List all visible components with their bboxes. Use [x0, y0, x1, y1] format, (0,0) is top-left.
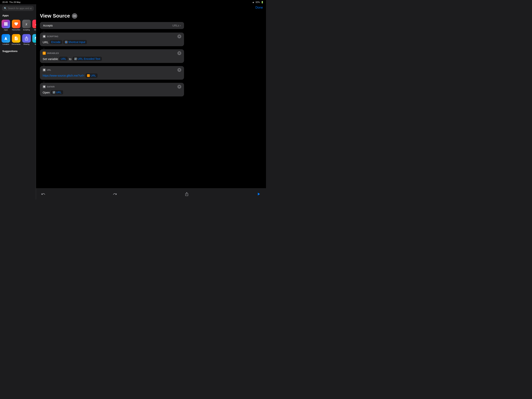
safari-category-label: SAFARI — [47, 86, 55, 88]
share-icon — [185, 192, 189, 196]
url-encoded-text-token[interactable]: 🔗 URL Encoded Text — [73, 57, 102, 61]
sidebar-item-favourites[interactable]: Favourites — [11, 19, 21, 32]
card-header-variables: x VARIABLES ✕ — [43, 51, 181, 55]
url-label: URL — [43, 40, 49, 44]
time: 20:49 — [2, 1, 8, 3]
redo-button[interactable] — [112, 191, 118, 197]
encode-label: Encode — [51, 40, 60, 44]
svg-point-7 — [5, 25, 6, 26]
done-button[interactable]: Done — [255, 6, 263, 9]
battery-level: 32% — [255, 1, 260, 3]
shortcut-input-token-icon: ◼ — [65, 41, 68, 44]
svg-point-8 — [6, 25, 8, 26]
apps-label: Apps — [4, 29, 8, 31]
workflow-area: View Source ••• Accepts URLs › — [36, 11, 266, 188]
topbar: Done — [36, 4, 266, 11]
svg-point-6 — [4, 25, 5, 26]
app-grid: Apps Favourites x Scripting — [0, 18, 36, 47]
safari-body: Open 🔗 URL — [43, 90, 181, 95]
close-scripting-button[interactable]: ✕ — [177, 34, 181, 38]
safari-url-token-icon: 🔗 — [53, 91, 55, 94]
play-icon — [256, 192, 261, 196]
status-bar: 20:49 Thu 28 May ▲ 32% 🔋 — [0, 0, 266, 4]
open-label: Open — [43, 91, 50, 94]
url-category-label: URL — [47, 69, 51, 71]
safari-url-token-label: URL — [56, 91, 62, 94]
workflow-header: View Source ••• — [40, 13, 262, 19]
url-encoded-token-icon: 🔗 — [74, 58, 77, 60]
ellipsis-icon: ••• — [73, 14, 76, 18]
to-label: to — [69, 57, 71, 61]
undo-button[interactable] — [40, 191, 47, 197]
variables-category-icon: x — [43, 52, 46, 55]
date: Thu 28 May — [9, 1, 21, 3]
sidebar-item-sharing[interactable]: Sharing — [22, 33, 31, 46]
variable-name-token[interactable]: URL — [59, 57, 68, 61]
svg-point-4 — [5, 23, 6, 25]
close-url-button[interactable]: ✕ — [177, 68, 181, 72]
run-button[interactable] — [255, 191, 262, 198]
scripting-icon: x — [22, 20, 31, 28]
url-token-in-url[interactable]: 𝑥 URL — [85, 73, 98, 78]
location-icon — [1, 34, 10, 43]
search-input[interactable] — [8, 7, 32, 10]
url-encoded-text-label: URL Encoded Text — [78, 57, 100, 60]
card-category-safari: SAFARI — [43, 85, 55, 88]
svg-point-2 — [6, 22, 8, 23]
apps-icon — [1, 20, 10, 28]
scripting-category-label: SCRIPTING — [47, 35, 58, 38]
svg-point-3 — [4, 23, 5, 25]
safari-category-icon — [43, 85, 46, 88]
shortcut-input-token[interactable]: ◼ Shortcut Input — [63, 40, 87, 44]
scripting-label: Scripting — [23, 29, 30, 31]
location-label: Location — [3, 44, 9, 45]
share-button[interactable] — [184, 191, 190, 197]
sharing-label: Sharing — [23, 44, 29, 45]
variables-body: Set variable URL to 🔗 URL Encoded Text — [43, 57, 181, 61]
action-card-safari: SAFARI ✕ Open 🔗 URL — [40, 83, 184, 97]
bottom-toolbar — [36, 188, 266, 200]
card-category-scripting: SCRIPTING — [43, 35, 58, 38]
connector-line-4 — [44, 81, 44, 83]
encode-token[interactable]: Encode — [50, 40, 62, 44]
card-header-url: URL ✕ — [43, 68, 181, 72]
safari-url-token[interactable]: 🔗 URL — [51, 90, 63, 95]
status-right: ▲ 32% 🔋 — [252, 1, 264, 4]
main-content: Done View Source ••• Accepts URLs › — [36, 4, 266, 200]
search-bar[interactable]: 🔍 — [2, 6, 34, 11]
close-safari-button[interactable]: ✕ — [177, 85, 181, 89]
accepts-label: Accepts — [43, 24, 53, 27]
svg-point-0 — [4, 22, 5, 23]
scripting-category-icon — [43, 35, 46, 38]
search-icon: 🔍 — [4, 7, 7, 10]
set-variable-label: Set variable — [43, 57, 58, 61]
sidebar-item-location[interactable]: Location — [1, 33, 11, 46]
svg-point-5 — [6, 23, 8, 25]
wifi-icon: ▲ — [252, 1, 254, 3]
more-options-button[interactable]: ••• — [72, 13, 77, 19]
url-token-label: URL — [90, 74, 96, 77]
shortcut-input-label: Shortcut Input — [68, 40, 85, 44]
connector-line-3 — [44, 64, 44, 66]
sidebar-item-scripting[interactable]: x Scripting — [22, 19, 31, 32]
scripting-url-body: URL Encode ◼ Shortcut Input — [43, 40, 181, 44]
action-card-url: URL ✕ https://www-source.glitch.me/?url=… — [40, 66, 184, 80]
sidebar-item-apps[interactable]: Apps — [1, 19, 11, 32]
accepts-value: URLs › — [172, 24, 181, 27]
card-category-url: URL — [43, 68, 51, 71]
battery-icon: 🔋 — [261, 1, 264, 4]
favourites-icon — [12, 20, 20, 28]
card-header-safari: SAFARI ✕ — [43, 85, 181, 89]
close-variables-button[interactable]: ✕ — [177, 51, 181, 55]
url-value: https://www-source.glitch.me/?url= — [43, 74, 84, 77]
favourites-label: Favourites — [12, 29, 20, 31]
documents-label: Documents — [12, 44, 21, 45]
card-header-scripting: SCRIPTING ✕ — [43, 34, 181, 38]
suggestions-section-label: Suggestions — [0, 47, 36, 54]
main-layout: 🔍 Apps — [0, 4, 266, 200]
accepts-bar[interactable]: Accepts URLs › — [40, 22, 184, 29]
connector-line-2 — [44, 48, 44, 49]
sidebar-item-documents[interactable]: Documents — [11, 33, 21, 46]
card-category-variables: x VARIABLES — [43, 52, 59, 55]
variables-category-label: VARIABLES — [47, 52, 59, 54]
